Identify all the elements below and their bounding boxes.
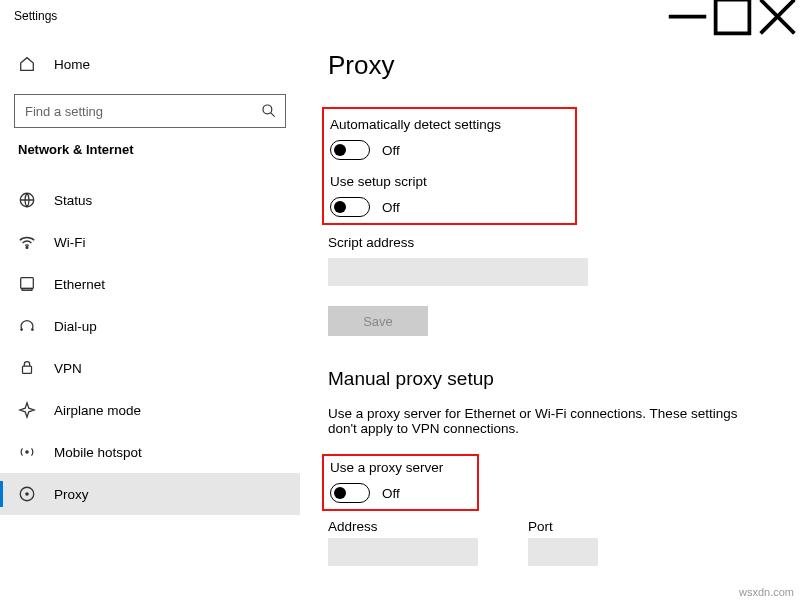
svg-rect-12 [23, 366, 32, 373]
sidebar-item-dialup[interactable]: Dial-up [0, 305, 300, 347]
search-placeholder: Find a setting [25, 104, 103, 119]
sidebar-item-hotspot[interactable]: Mobile hotspot [0, 431, 300, 473]
sidebar-item-label: Airplane mode [54, 403, 141, 418]
auto-detect-toggle[interactable] [330, 140, 370, 160]
svg-point-7 [26, 247, 28, 249]
sidebar-item-label: Wi-Fi [54, 235, 85, 250]
sidebar-group-title: Network & Internet [0, 142, 300, 157]
proxy-icon [18, 485, 36, 503]
manual-description: Use a proxy server for Ethernet or Wi-Fi… [328, 406, 748, 436]
use-proxy-state: Off [382, 486, 400, 501]
script-address-label: Script address [328, 235, 770, 250]
svg-point-15 [25, 492, 29, 496]
setup-script-state: Off [382, 200, 400, 215]
use-proxy-toggle[interactable] [330, 483, 370, 503]
sidebar-item-label: Status [54, 193, 92, 208]
home-link[interactable]: Home [0, 42, 300, 86]
minimize-button[interactable] [665, 0, 710, 32]
wifi-icon [18, 233, 36, 251]
window-title: Settings [14, 9, 57, 23]
status-icon [18, 191, 36, 209]
sidebar-item-label: Ethernet [54, 277, 105, 292]
svg-point-4 [263, 105, 272, 114]
sidebar-item-label: VPN [54, 361, 82, 376]
highlight-auto-section: Automatically detect settings Off Use se… [322, 107, 577, 225]
svg-line-5 [271, 113, 275, 117]
port-label: Port [528, 519, 598, 534]
close-button[interactable] [755, 0, 800, 32]
title-bar: Settings [0, 0, 800, 32]
sidebar-item-wifi[interactable]: Wi-Fi [0, 221, 300, 263]
svg-point-11 [31, 328, 34, 331]
auto-detect-label: Automatically detect settings [330, 117, 501, 132]
page-title: Proxy [328, 50, 770, 81]
sidebar-item-vpn[interactable]: VPN [0, 347, 300, 389]
sidebar-item-status[interactable]: Status [0, 179, 300, 221]
sidebar-item-label: Mobile hotspot [54, 445, 142, 460]
save-button-label: Save [363, 314, 393, 329]
sidebar-item-airplane[interactable]: Airplane mode [0, 389, 300, 431]
sidebar-item-proxy[interactable]: Proxy [0, 473, 300, 515]
svg-rect-1 [716, 0, 750, 33]
maximize-button[interactable] [710, 0, 755, 32]
manual-heading: Manual proxy setup [328, 368, 770, 390]
ethernet-icon [18, 275, 36, 293]
svg-point-10 [20, 328, 23, 331]
search-input[interactable]: Find a setting [14, 94, 286, 128]
airplane-icon [18, 401, 36, 419]
hotspot-icon [18, 443, 36, 461]
sidebar-item-ethernet[interactable]: Ethernet [0, 263, 300, 305]
sidebar-item-label: Dial-up [54, 319, 97, 334]
home-label: Home [54, 57, 90, 72]
svg-rect-8 [21, 278, 34, 289]
setup-script-label: Use setup script [330, 174, 501, 189]
home-icon [18, 55, 36, 73]
use-proxy-label: Use a proxy server [330, 460, 443, 475]
vpn-icon [18, 359, 36, 377]
port-input[interactable] [528, 538, 598, 566]
script-address-input[interactable] [328, 258, 588, 286]
address-input[interactable] [328, 538, 478, 566]
address-label: Address [328, 519, 478, 534]
svg-point-13 [25, 450, 29, 454]
highlight-manual-section: Use a proxy server Off [322, 454, 479, 511]
search-icon [261, 103, 277, 119]
dialup-icon [18, 317, 36, 335]
sidebar: Home Find a setting Network & Internet S… [0, 32, 300, 602]
sidebar-item-label: Proxy [54, 487, 89, 502]
watermark: wsxdn.com [739, 586, 794, 598]
svg-rect-9 [22, 289, 32, 291]
auto-detect-state: Off [382, 143, 400, 158]
setup-script-toggle[interactable] [330, 197, 370, 217]
save-button[interactable]: Save [328, 306, 428, 336]
main-panel: Proxy Automatically detect settings Off … [300, 32, 800, 602]
